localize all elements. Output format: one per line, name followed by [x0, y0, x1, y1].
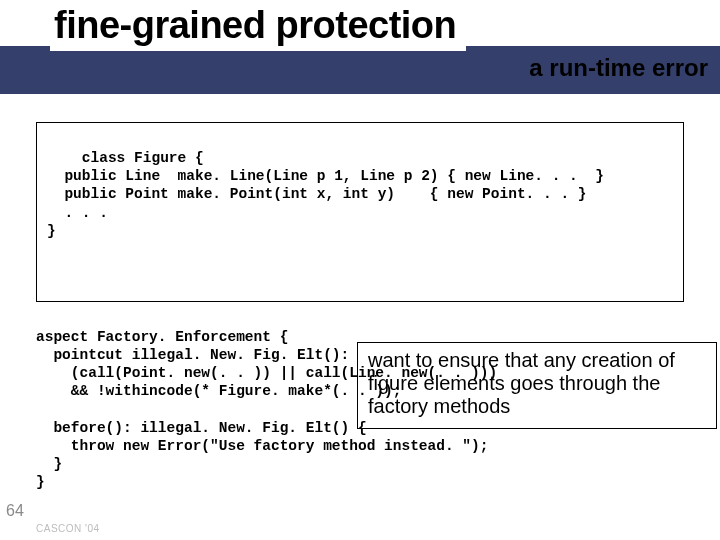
slide: fine-grained protection a run-time error…: [0, 0, 720, 540]
slide-subtitle: a run-time error: [529, 54, 708, 82]
page-number: 64: [6, 502, 24, 520]
code-box-figure-class: class Figure { public Line make. Line(Li…: [36, 122, 684, 302]
slide-title: fine-grained protection: [50, 0, 466, 51]
footer-text: CASCON '04: [36, 523, 100, 534]
code-text-1: class Figure { public Line make. Line(Li…: [47, 150, 604, 239]
code-block-aspect: aspect Factory. Enforcement { pointcut i…: [36, 328, 684, 491]
